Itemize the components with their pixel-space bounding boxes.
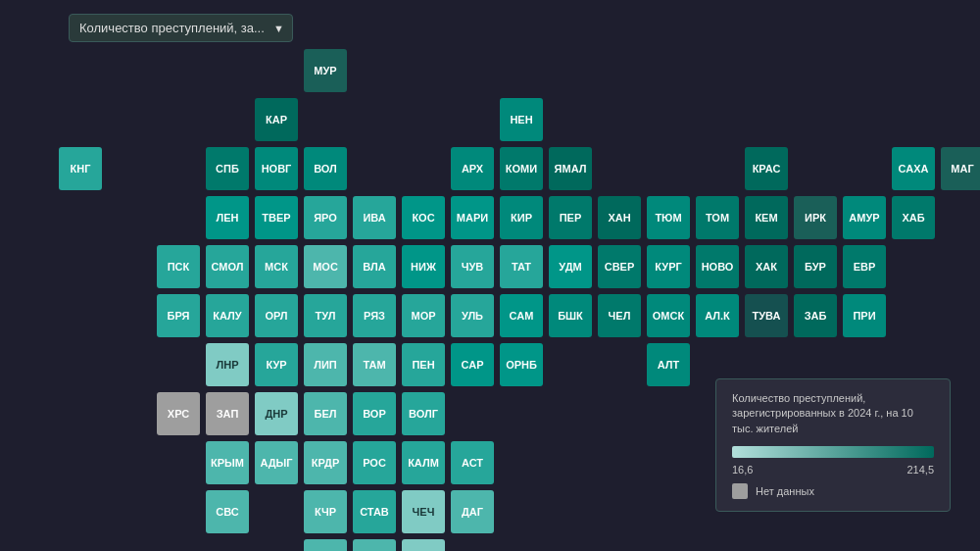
map-container: Количество преступлений, за... ▼ МУРКАРН… (0, 0, 980, 551)
region-cell-ОМСК[interactable]: ОМСК (647, 294, 690, 337)
region-cell-СПБ[interactable]: СПБ (206, 147, 249, 190)
region-cell-ЧЕЛ[interactable]: ЧЕЛ (598, 294, 641, 337)
region-cell-РЯЗ[interactable]: РЯЗ (353, 294, 396, 337)
region-cell-ЛИП[interactable]: ЛИП (304, 343, 347, 386)
region-cell-ЧЕЧ[interactable]: ЧЕЧ (402, 490, 445, 533)
region-cell-КАЛУ[interactable]: КАЛУ (206, 294, 249, 337)
region-cell-МУР[interactable]: МУР (304, 49, 347, 92)
region-cell-КРАС[interactable]: КРАС (745, 147, 788, 190)
region-cell-СВС[interactable]: СВС (206, 490, 249, 533)
legend-nodata-label: Нет данных (756, 485, 814, 497)
region-cell-УДМ[interactable]: УДМ (549, 245, 592, 288)
region-cell-ПЕР[interactable]: ПЕР (549, 196, 592, 239)
region-cell-АЛТ[interactable]: АЛТ (647, 343, 690, 386)
region-cell-ЛНР[interactable]: ЛНР (206, 343, 249, 386)
legend-box: Количество преступлений, зарегистрирован… (715, 378, 951, 512)
region-cell-КАЛМ[interactable]: КАЛМ (402, 441, 445, 484)
region-cell-МОР[interactable]: МОР (402, 294, 445, 337)
region-cell-ТЮМ[interactable]: ТЮМ (647, 196, 690, 239)
region-cell-КРЫМ[interactable]: КРЫМ (206, 441, 249, 484)
region-cell-МАГ[interactable]: МАГ (941, 147, 980, 190)
region-cell-ЗАП[interactable]: ЗАП (206, 392, 249, 435)
dropdown-label: Количество преступлений, за... (79, 21, 265, 35)
region-cell-КРДР[interactable]: КРДР (304, 441, 347, 484)
region-cell-КОС[interactable]: КОС (402, 196, 445, 239)
region-cell-ЛЕН[interactable]: ЛЕН (206, 196, 249, 239)
region-cell-БШК[interactable]: БШК (549, 294, 592, 337)
region-cell-МАРИ[interactable]: МАРИ (451, 196, 494, 239)
region-cell-ВОЛ[interactable]: ВОЛ (304, 147, 347, 190)
region-cell-НОВГ[interactable]: НОВГ (255, 147, 298, 190)
region-cell-БЕЛ[interactable]: БЕЛ (304, 392, 347, 435)
region-cell-ДАГ[interactable]: ДАГ (451, 490, 494, 533)
region-cell-ТУЛ[interactable]: ТУЛ (304, 294, 347, 337)
region-cell-СВЕР[interactable]: СВЕР (598, 245, 641, 288)
region-cell-ВОР[interactable]: ВОР (353, 392, 396, 435)
region-cell-КИР[interactable]: КИР (500, 196, 543, 239)
region-cell-ИРК[interactable]: ИРК (794, 196, 837, 239)
region-cell-ОРНБ[interactable]: ОРНБ (500, 343, 543, 386)
region-cell-ИНГ[interactable]: ИНГ (402, 539, 445, 551)
legend-min: 16,6 (732, 464, 753, 476)
region-cell-ХАК[interactable]: ХАК (745, 245, 788, 288)
region-cell-ТВЕР[interactable]: ТВЕР (255, 196, 298, 239)
legend-title: Количество преступлений, зарегистрирован… (732, 391, 934, 436)
legend-nodata: Нет данных (732, 483, 934, 499)
region-cell-ТАТ[interactable]: ТАТ (500, 245, 543, 288)
chevron-down-icon: ▼ (273, 23, 284, 34)
region-cell-РОС[interactable]: РОС (353, 441, 396, 484)
region-cell-АМУР[interactable]: АМУР (843, 196, 886, 239)
region-cell-С.ОС[interactable]: С.ОС (353, 539, 396, 551)
metric-dropdown[interactable]: Количество преступлений, за... ▼ (69, 14, 293, 42)
region-cell-САХА[interactable]: САХА (892, 147, 935, 190)
region-cell-ТУВА[interactable]: ТУВА (745, 294, 788, 337)
region-cell-САМ[interactable]: САМ (500, 294, 543, 337)
region-cell-КАР[interactable]: КАР (255, 98, 298, 141)
region-cell-КЧР[interactable]: КЧР (304, 490, 347, 533)
region-cell-КОМИ[interactable]: КОМИ (500, 147, 543, 190)
legend-max: 214,5 (906, 464, 934, 476)
region-cell-АДЫГ[interactable]: АДЫГ (255, 441, 298, 484)
region-cell-ПЕН[interactable]: ПЕН (402, 343, 445, 386)
region-cell-КУРГ[interactable]: КУРГ (647, 245, 690, 288)
legend-gradient (732, 446, 934, 458)
region-cell-ЕВР[interactable]: ЕВР (843, 245, 886, 288)
region-cell-МСК[interactable]: МСК (255, 245, 298, 288)
region-cell-БРЯ[interactable]: БРЯ (157, 294, 200, 337)
region-cell-НЕН[interactable]: НЕН (500, 98, 543, 141)
region-cell-АЛ.К[interactable]: АЛ.К (696, 294, 739, 337)
region-cell-БУР[interactable]: БУР (794, 245, 837, 288)
region-cell-ХРС[interactable]: ХРС (157, 392, 200, 435)
legend-color-bar (732, 446, 934, 458)
region-cell-КУР[interactable]: КУР (255, 343, 298, 386)
region-cell-ХАБ[interactable]: ХАБ (892, 196, 935, 239)
region-cell-НОВО[interactable]: НОВО (696, 245, 739, 288)
region-cell-НИЖ[interactable]: НИЖ (402, 245, 445, 288)
region-cell-ЯМАЛ[interactable]: ЯМАЛ (549, 147, 592, 190)
region-cell-СТАВ[interactable]: СТАВ (353, 490, 396, 533)
region-cell-ЯРО[interactable]: ЯРО (304, 196, 347, 239)
region-cell-ХАН[interactable]: ХАН (598, 196, 641, 239)
region-cell-АСТ[interactable]: АСТ (451, 441, 494, 484)
legend-nodata-box (732, 483, 748, 499)
region-cell-ПРИ[interactable]: ПРИ (843, 294, 886, 337)
region-cell-ЧУВ[interactable]: ЧУВ (451, 245, 494, 288)
region-cell-ПСК[interactable]: ПСК (157, 245, 200, 288)
region-cell-АРХ[interactable]: АРХ (451, 147, 494, 190)
region-cell-УЛЬ[interactable]: УЛЬ (451, 294, 494, 337)
region-cell-СМОЛ[interactable]: СМОЛ (206, 245, 249, 288)
region-cell-ТОМ[interactable]: ТОМ (696, 196, 739, 239)
region-cell-ДНР[interactable]: ДНР (255, 392, 298, 435)
legend-labels: 16,6 214,5 (732, 464, 934, 476)
region-cell-ИВА[interactable]: ИВА (353, 196, 396, 239)
region-cell-МОС[interactable]: МОС (304, 245, 347, 288)
region-cell-КАБ[interactable]: КАБ (304, 539, 347, 551)
region-cell-ЗАБ[interactable]: ЗАБ (794, 294, 837, 337)
region-cell-ОРЛ[interactable]: ОРЛ (255, 294, 298, 337)
region-cell-ТАМ[interactable]: ТАМ (353, 343, 396, 386)
region-cell-ВЛА[interactable]: ВЛА (353, 245, 396, 288)
region-cell-ВОЛГ[interactable]: ВОЛГ (402, 392, 445, 435)
region-cell-САР[interactable]: САР (451, 343, 494, 386)
region-cell-КЕМ[interactable]: КЕМ (745, 196, 788, 239)
region-cell-КНГ[interactable]: КНГ (59, 147, 102, 190)
